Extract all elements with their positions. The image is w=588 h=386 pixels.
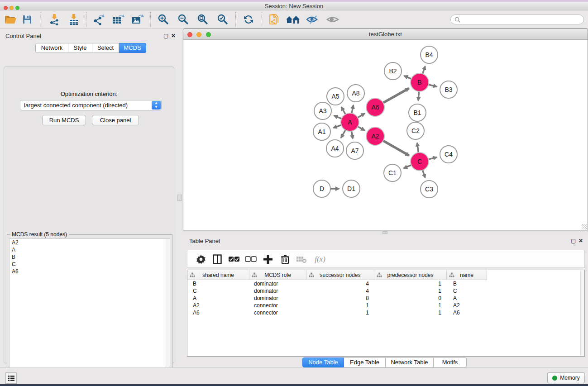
search-field[interactable]	[450, 14, 584, 24]
result-list-item[interactable]: C	[10, 261, 170, 268]
maximize-traffic-light[interactable]	[15, 6, 19, 10]
table-cell: C	[447, 287, 487, 295]
delete-icon	[281, 254, 290, 264]
delete-table-button[interactable]	[295, 253, 308, 266]
float-panel-icon[interactable]: ▢	[571, 238, 576, 244]
table-row[interactable]: A6connector11A6	[187, 309, 584, 316]
export-network-button[interactable]	[91, 12, 106, 27]
columns-icon	[213, 254, 222, 264]
table-cell: 1	[306, 302, 374, 309]
column-header-name[interactable]: name	[447, 270, 487, 280]
table-row[interactable]: Cdominator41C	[187, 287, 584, 295]
control-panel-title: Control Panel	[5, 33, 41, 39]
table-row[interactable]: A2connector11A2	[187, 302, 584, 309]
close-traffic-light[interactable]	[4, 6, 8, 10]
graph-node-label: A1	[318, 128, 325, 135]
close-traffic-light[interactable]	[187, 32, 192, 37]
close-panel-icon[interactable]: ✕	[578, 238, 583, 244]
result-scrollbar[interactable]	[166, 239, 170, 386]
list-icon	[8, 375, 15, 381]
result-list-item[interactable]: A2	[10, 239, 170, 246]
window-resize-handle[interactable]	[582, 224, 587, 229]
refresh-button[interactable]	[241, 12, 256, 27]
table-cell: connector	[249, 309, 306, 316]
save-session-button[interactable]	[19, 12, 35, 27]
mcds-result-list[interactable]: A2ABCA6	[9, 238, 170, 386]
zoom-in-button[interactable]	[156, 12, 171, 27]
home-button[interactable]	[285, 12, 301, 27]
search-input[interactable]	[462, 15, 583, 24]
show-panels-button[interactable]	[5, 372, 17, 384]
table-cell: B	[187, 280, 249, 287]
zoom-fit-icon	[197, 14, 209, 25]
run-mcds-button[interactable]: Run MCDS	[42, 115, 86, 125]
table-row[interactable]: Adominator80A	[187, 295, 584, 302]
import-network-button[interactable]	[47, 12, 62, 27]
maximize-traffic-light[interactable]	[206, 32, 211, 37]
deselect-all-button[interactable]	[244, 253, 258, 266]
graph-node-label: B1	[413, 109, 421, 116]
tab-network-table[interactable]: Network Table	[386, 357, 434, 367]
tab-network[interactable]: Network	[35, 43, 68, 53]
table-scrollbar[interactable]	[580, 270, 584, 356]
tab-mcds[interactable]: MCDS	[119, 43, 146, 53]
result-list-item[interactable]: B	[10, 253, 170, 261]
table-settings-button[interactable]	[194, 253, 208, 266]
tab-select[interactable]: Select	[92, 43, 119, 53]
result-list-item[interactable]: A	[10, 246, 170, 253]
column-type-icon	[252, 272, 257, 277]
desktop-background	[0, 384, 588, 386]
close-panel-icon[interactable]: ✕	[171, 33, 176, 39]
status-bar: Memory	[0, 367, 588, 384]
column-header-successor-nodes[interactable]: successor nodes	[306, 270, 374, 280]
result-list-item[interactable]: A6	[10, 268, 170, 275]
memory-button[interactable]: Memory	[547, 372, 585, 383]
zoom-out-icon	[177, 14, 189, 25]
select-all-button[interactable]	[227, 253, 241, 266]
tab-style[interactable]: Style	[68, 43, 92, 53]
network-document-button[interactable]	[266, 12, 282, 27]
tab-node-table[interactable]: Node Table	[302, 357, 344, 367]
graph-node-label: A8	[352, 90, 359, 97]
criterion-select[interactable]: largest connected component (directed) ▲…	[20, 100, 162, 110]
memory-label: Memory	[560, 375, 579, 381]
network-document-icon	[268, 13, 280, 26]
show-graphics-button[interactable]	[325, 12, 340, 27]
memory-status-icon	[552, 376, 557, 381]
tab-edge-table[interactable]: Edge Table	[344, 357, 386, 367]
graph-node-label: B4	[425, 51, 433, 58]
table-row[interactable]: Bdominator41B	[187, 280, 584, 287]
export-table-button[interactable]	[110, 12, 126, 27]
zoom-out-button[interactable]	[176, 12, 191, 27]
create-column-button[interactable]	[261, 253, 275, 266]
toolbar-separator	[40, 12, 40, 27]
control-panel-tabs: NetworkStyleSelectMCDS	[35, 43, 146, 53]
app-titlebar: Session: New Session	[0, 2, 588, 10]
minimize-traffic-light[interactable]	[10, 6, 14, 10]
function-builder-button[interactable]: f(x)	[311, 253, 329, 266]
graph-edge-A6-B[interactable]	[382, 88, 409, 103]
open-session-button[interactable]	[3, 12, 18, 27]
node-table[interactable]: shared nameMCDS rolesuccessor nodesprede…	[187, 270, 585, 357]
zoom-fit-button[interactable]	[195, 12, 210, 27]
hide-graphics-button[interactable]	[305, 12, 320, 27]
splitter-grip[interactable]	[177, 195, 182, 201]
tab-motifs[interactable]: Motifs	[434, 357, 467, 367]
delete-column-button[interactable]	[278, 253, 292, 266]
column-header-shared-name[interactable]: shared name	[187, 270, 249, 280]
table-cell: C	[187, 287, 249, 295]
network-graph-canvas[interactable]: B4B2BB3A8A5A6A3B1AC2A1A2A4A7C4CC1DD1C3	[183, 40, 588, 230]
float-panel-icon[interactable]: ▢	[163, 33, 168, 39]
export-image-button[interactable]	[130, 12, 145, 27]
table-cell: 1	[374, 302, 447, 309]
column-header-MCDS-role[interactable]: MCDS role	[249, 270, 306, 280]
import-table-button[interactable]	[66, 12, 81, 27]
graph-node-label: A3	[319, 107, 326, 114]
graph-edge-A2-C[interactable]	[382, 140, 409, 155]
zoom-selected-button[interactable]	[215, 12, 230, 27]
horizontal-splitter-grip[interactable]	[382, 231, 387, 234]
column-header-predecessor-nodes[interactable]: predecessor nodes	[374, 270, 447, 280]
close-panel-button[interactable]: Close panel	[92, 115, 139, 125]
minimize-traffic-light[interactable]	[196, 32, 201, 37]
show-columns-button[interactable]	[210, 253, 224, 266]
